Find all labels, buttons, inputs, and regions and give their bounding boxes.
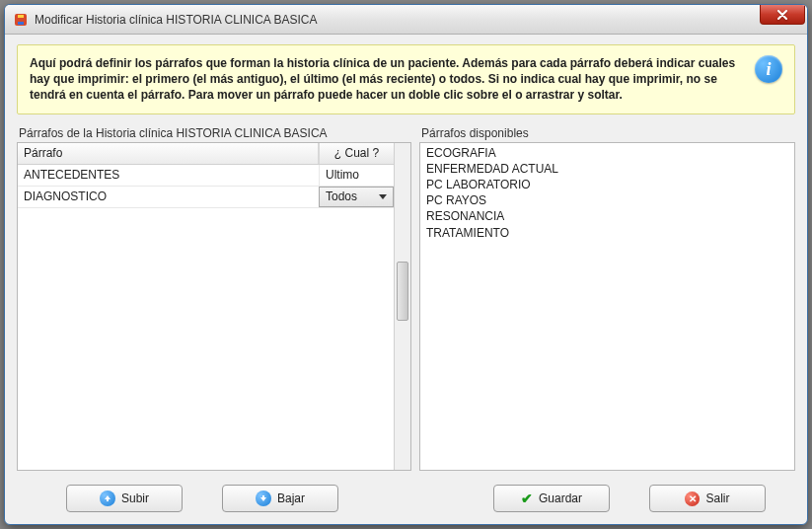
scroll-thumb[interactable]	[397, 262, 408, 321]
close-button[interactable]	[760, 5, 805, 25]
cell-cual[interactable]: Ultimo	[319, 165, 394, 186]
cell-parrafo[interactable]: ANTECEDENTES	[18, 165, 319, 186]
subir-label: Subir	[121, 491, 149, 505]
list-item[interactable]: PC LABORATORIO	[424, 177, 790, 192]
col-header-parrafo[interactable]: Párrafo	[18, 143, 319, 164]
dialog-content: Aquí podrá definir los párrafos que form…	[5, 35, 807, 524]
guardar-button[interactable]: ✔ Guardar	[493, 485, 610, 512]
app-icon	[13, 12, 29, 28]
list-item[interactable]: ENFERMEDAD ACTUAL	[424, 161, 790, 177]
salir-button[interactable]: ✕ Salir	[649, 485, 766, 512]
check-icon: ✔	[521, 491, 533, 506]
arrow-up-icon	[100, 491, 115, 506]
button-bar: Subir Bajar ✔ Guardar ✕ Salir	[17, 471, 795, 512]
subir-button[interactable]: Subir	[66, 485, 183, 512]
info-icon: i	[755, 55, 782, 83]
bajar-label: Bajar	[277, 491, 305, 505]
available-paragraphs-panel: Párrafos disponibles ECOGRAFIAENFERMEDAD…	[419, 126, 795, 471]
available-paragraphs-label: Párrafos disponibles	[419, 126, 795, 140]
selected-paragraphs-label: Párrafos de la Historia clínica HISTORIA…	[17, 126, 411, 140]
info-banner-text: Aquí podrá definir los párrafos que form…	[30, 55, 743, 104]
available-paragraphs-listbox[interactable]: ECOGRAFIAENFERMEDAD ACTUALPC LABORATORIO…	[419, 142, 795, 471]
dialog-window: Modificar Historia clínica HISTORIA CLIN…	[4, 4, 808, 525]
window-title: Modificar Historia clínica HISTORIA CLIN…	[35, 13, 318, 27]
selected-paragraphs-table[interactable]: Párrafo ¿ Cual ? ANTECEDENTESUltimoDIAGN…	[17, 142, 411, 471]
arrow-down-icon	[256, 491, 271, 506]
close-icon	[776, 10, 788, 20]
bajar-button[interactable]: Bajar	[222, 485, 338, 512]
table-scrollbar[interactable]	[394, 143, 410, 470]
info-banner: Aquí podrá definir los párrafos que form…	[17, 44, 795, 114]
list-item[interactable]: PC RAYOS	[424, 192, 790, 208]
list-item[interactable]: ECOGRAFIA	[424, 145, 790, 161]
guardar-label: Guardar	[539, 491, 582, 505]
table-row[interactable]: DIAGNOSTICOTodos	[18, 187, 394, 208]
selected-paragraphs-panel: Párrafos de la Historia clínica HISTORIA…	[17, 126, 411, 471]
list-item[interactable]: RESONANCIA	[424, 208, 790, 224]
col-header-cual[interactable]: ¿ Cual ?	[319, 143, 394, 164]
salir-label: Salir	[705, 491, 729, 505]
cual-dropdown[interactable]: Todos	[319, 187, 394, 207]
table-row[interactable]: ANTECEDENTESUltimo	[18, 165, 394, 187]
list-item[interactable]: TRATAMIENTO	[424, 225, 790, 241]
panels: Párrafos de la Historia clínica HISTORIA…	[17, 126, 795, 471]
cell-parrafo[interactable]: DIAGNOSTICO	[18, 187, 319, 207]
cross-icon: ✕	[685, 491, 700, 506]
svg-rect-2	[18, 22, 24, 25]
table-header: Párrafo ¿ Cual ?	[18, 143, 394, 165]
svg-rect-1	[18, 15, 24, 18]
titlebar: Modificar Historia clínica HISTORIA CLIN…	[5, 5, 807, 35]
